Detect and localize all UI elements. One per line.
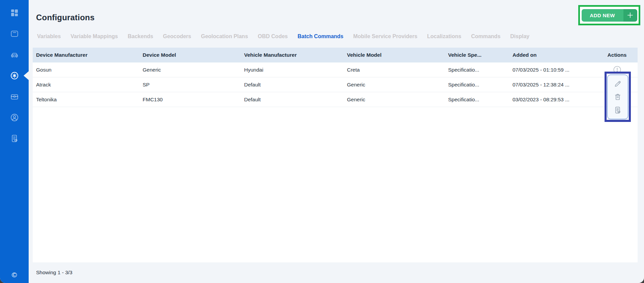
tab-geolocation-plans[interactable]: Geolocation Plans <box>201 33 248 40</box>
add-new-button-label: ADD NEW <box>582 9 623 22</box>
reports-icon <box>10 134 19 143</box>
copyright-icon: © <box>12 271 17 278</box>
column-header-device-model: Device Model <box>139 52 241 58</box>
trash-delete-icon <box>613 93 622 101</box>
sidebar-item-reports[interactable] <box>9 133 20 144</box>
cell-vehicle-specification: Specificatio... <box>445 67 509 73</box>
cell-device-manufacturer: Gosun <box>33 67 139 73</box>
column-header-actions: Actions <box>596 52 638 58</box>
table-header-row: Device Manufacturer Device Model Vehicle… <box>33 48 638 62</box>
tab-localizations[interactable]: Localizations <box>427 33 461 40</box>
sidebar-item-account[interactable] <box>9 112 20 123</box>
add-new-plus-segment[interactable] <box>623 9 637 22</box>
tab-obd-codes[interactable]: OBD Codes <box>258 33 288 40</box>
plus-icon <box>626 11 634 19</box>
column-header-vehicle-model: Vehicle Model <box>344 52 445 58</box>
sidebar-item-dashboard[interactable] <box>9 8 20 18</box>
cell-vehicle-specification: Specificatio... <box>445 97 509 103</box>
dashboard-icon <box>10 8 19 18</box>
pencil-edit-icon <box>613 79 622 88</box>
tab-variables[interactable]: Variables <box>37 33 61 40</box>
tab-variable-mappings[interactable]: Variable Mappings <box>70 33 118 40</box>
annotation-box-add-new: ADD NEW <box>578 5 640 25</box>
cell-device-model: SP <box>139 82 241 88</box>
vehicles-car-icon <box>10 50 19 59</box>
view-details-button[interactable] <box>613 106 622 114</box>
delete-button[interactable] <box>613 93 622 101</box>
cell-added-on: 03/02/2023 - 08:29:53 ... <box>509 97 596 103</box>
configurations-asterisk-icon <box>10 71 19 80</box>
cell-vehicle-model: Creta <box>344 67 445 73</box>
sidebar-item-toolbox[interactable] <box>9 92 20 102</box>
tab-mobile-service-providers[interactable]: Mobile Service Providers <box>353 33 417 40</box>
cell-device-manufacturer: Teltonika <box>33 97 139 103</box>
cell-added-on: 07/03/2025 - 01:10:59 ... <box>509 67 596 73</box>
main-content: Configurations Variables Variable Mappin… <box>29 0 644 283</box>
tab-batch-commands[interactable]: Batch Commands <box>297 33 343 40</box>
table-card: Device Manufacturer Device Model Vehicle… <box>33 48 638 262</box>
column-header-vehicle-manufacturer: Vehicle Manufacturer <box>241 52 344 58</box>
table-row[interactable]: Gosun Generic Hyundai Creta Specificatio… <box>33 62 638 77</box>
toolbox-icon <box>10 92 19 101</box>
pagination-status: Showing 1 - 3/3 <box>36 269 72 276</box>
account-icon <box>10 113 19 122</box>
devices-icon <box>10 29 19 38</box>
cell-vehicle-model: Generic <box>344 82 445 88</box>
table-row[interactable]: Atrack SP Default Generic Specificatio..… <box>33 77 638 92</box>
cell-vehicle-manufacturer: Default <box>241 97 344 103</box>
sidebar: © <box>0 0 29 283</box>
cell-vehicle-manufacturer: Default <box>241 82 344 88</box>
cell-added-on: 07/03/2025 - 12:38:24 ... <box>509 82 596 88</box>
column-header-vehicle-specification: Vehicle Spe... <box>445 52 509 58</box>
column-header-added-on: Added on <box>509 52 596 58</box>
actions-popup-menu <box>607 75 628 119</box>
column-header-device-manufacturer: Device Manufacturer <box>33 52 139 58</box>
cell-device-model: FMC130 <box>139 97 241 103</box>
cell-vehicle-model: Generic <box>344 97 445 103</box>
cell-device-model: Generic <box>139 67 241 73</box>
page-title: Configurations <box>36 13 94 22</box>
add-new-button[interactable]: ADD NEW <box>582 9 637 22</box>
tab-display[interactable]: Display <box>510 33 529 40</box>
active-item-notch <box>24 71 29 80</box>
tab-geocoders[interactable]: Geocoders <box>163 33 191 40</box>
tab-commands[interactable]: Commands <box>471 33 500 40</box>
annotation-box-actions-menu <box>605 72 631 122</box>
app-window: © Configurations Variables Variable Mapp… <box>0 0 644 283</box>
sidebar-item-devices[interactable] <box>9 29 20 39</box>
cell-vehicle-specification: Specificatio... <box>445 82 509 88</box>
sidebar-item-vehicles[interactable] <box>9 50 20 60</box>
cell-vehicle-manufacturer: Hyundai <box>241 67 344 73</box>
cell-device-manufacturer: Atrack <box>33 82 139 88</box>
edit-button[interactable] <box>613 79 622 88</box>
sidebar-item-configurations[interactable] <box>9 71 20 81</box>
tab-bar: Variables Variable Mappings Backends Geo… <box>37 33 529 40</box>
tab-backends[interactable]: Backends <box>128 33 153 40</box>
document-view-icon <box>613 106 622 114</box>
table-row[interactable]: Teltonika FMC130 Default Generic Specifi… <box>33 92 638 107</box>
